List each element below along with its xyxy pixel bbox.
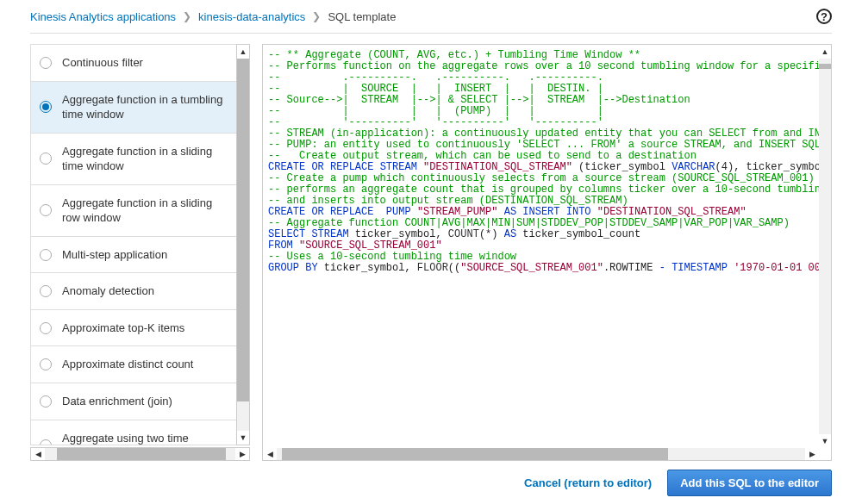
chevron-right-icon: ❯	[312, 10, 321, 22]
scroll-down-icon[interactable]: ▼	[237, 431, 249, 445]
add-sql-button[interactable]: Add this SQL to the editor	[667, 470, 832, 496]
radio-icon	[40, 395, 52, 408]
sidebar-item-label: Aggregate function in a sliding time win…	[62, 144, 228, 174]
template-list[interactable]: Continuous filterAggregate function in a…	[30, 44, 236, 445]
divider	[30, 33, 832, 34]
sidebar-item-label: Data enrichment (join)	[62, 394, 228, 409]
scroll-left-icon[interactable]: ◀	[31, 448, 45, 460]
scroll-thumb[interactable]	[819, 64, 831, 69]
breadcrumb: Kinesis Analytics applications ❯ kinesis…	[30, 0, 832, 33]
sidebar-horizontal-scrollbar[interactable]: ◀ ▶	[30, 447, 250, 461]
sidebar-item-template[interactable]: Aggregate using two time windows	[31, 420, 236, 445]
sidebar-item-label: Anomaly detection	[62, 283, 228, 299]
sidebar-item-label: Approximate distinct count	[62, 357, 228, 372]
radio-icon	[40, 204, 52, 216]
sidebar-item-template[interactable]: Aggregate function in a sliding row wind…	[31, 185, 236, 237]
sidebar-item-label: Aggregate function in a sliding row wind…	[62, 196, 228, 226]
scroll-left-icon[interactable]: ◀	[263, 448, 277, 460]
radio-icon	[40, 322, 52, 334]
scroll-thumb[interactable]	[282, 448, 668, 460]
radio-icon	[40, 358, 52, 370]
sidebar-item-label: Aggregate function in a tumbling time wi…	[62, 92, 228, 122]
breadcrumb-current: SQL template	[328, 10, 396, 23]
code-horizontal-scrollbar[interactable]: ◀ ▶	[263, 448, 819, 460]
footer: Cancel (return to editor) Add this SQL t…	[30, 461, 832, 504]
scroll-up-icon[interactable]: ▲	[819, 45, 831, 59]
sidebar-item-template[interactable]: Approximate distinct count	[31, 346, 236, 383]
sidebar-item-template[interactable]: Anomaly detection	[31, 273, 236, 310]
radio-icon	[40, 285, 52, 297]
sidebar-item-template[interactable]: Aggregate function in a tumbling time wi…	[31, 82, 236, 134]
sidebar-item-template[interactable]: Aggregate function in a sliding time win…	[31, 134, 236, 185]
scroll-down-icon[interactable]: ▼	[819, 434, 831, 448]
code-vertical-scrollbar[interactable]: ▲ ▼	[819, 45, 831, 448]
chevron-right-icon: ❯	[183, 10, 191, 22]
breadcrumb-link-root[interactable]: Kinesis Analytics applications	[30, 10, 176, 23]
scroll-thumb[interactable]	[237, 59, 249, 401]
radio-icon	[40, 101, 52, 113]
sql-code-content: -- ** Aggregate (COUNT, AVG, etc.) + Tum…	[263, 45, 819, 448]
radio-icon	[40, 57, 52, 69]
cancel-button[interactable]: Cancel (return to editor)	[524, 476, 652, 489]
radio-icon	[40, 439, 52, 445]
sidebar-item-label: Approximate top-K items	[62, 320, 228, 336]
scroll-corner	[819, 448, 831, 460]
sidebar-item-label: Aggregate using two time windows	[62, 431, 228, 445]
sidebar-item-template[interactable]: Multi-step application	[31, 237, 236, 274]
radio-icon	[40, 249, 52, 261]
sql-code-viewer: -- ** Aggregate (COUNT, AVG, etc.) + Tum…	[262, 44, 832, 461]
scroll-right-icon[interactable]: ▶	[235, 448, 249, 460]
scroll-up-icon[interactable]: ▲	[237, 45, 249, 59]
scroll-thumb[interactable]	[57, 448, 226, 460]
help-icon[interactable]: ?	[816, 9, 832, 24]
sidebar-vertical-scrollbar[interactable]: ▲ ▼	[236, 44, 250, 445]
scroll-right-icon[interactable]: ▶	[805, 448, 819, 460]
sidebar-item-template[interactable]: Data enrichment (join)	[31, 383, 236, 420]
breadcrumb-link-app[interactable]: kinesis-data-analytics	[198, 10, 305, 23]
sidebar-item-label: Multi-step application	[62, 247, 228, 263]
sidebar-item-template[interactable]: Continuous filter	[31, 45, 236, 82]
radio-icon	[40, 152, 52, 165]
sidebar-item-template[interactable]: Approximate top-K items	[31, 310, 236, 347]
sidebar-item-label: Continuous filter	[62, 55, 228, 71]
